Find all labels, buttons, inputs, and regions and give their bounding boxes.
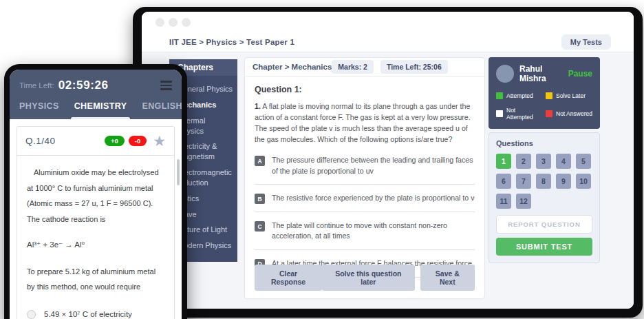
- bookmark-star-icon[interactable]: ★: [153, 134, 166, 148]
- breadcrumb-bar: IIT JEE > Physics > Test Paper 1 My Test…: [142, 32, 634, 52]
- legend-label: Not Answered: [556, 110, 592, 117]
- mobile-question-area: Q.1/40 +0 -0 ★ Aluminium oxide may be el…: [10, 119, 182, 319]
- mobile-question-card: Q.1/40 +0 -0 ★ Aluminium oxide may be el…: [17, 126, 175, 319]
- questions-panel-title: Questions: [496, 139, 592, 147]
- mobile-question-header: Q.1/40 +0 -0 ★: [17, 127, 174, 156]
- legend-label: Not Attempted: [506, 107, 543, 121]
- question-number-3[interactable]: 3: [536, 154, 551, 169]
- option-c-badge: C: [255, 221, 265, 231]
- mobile-window-content: Time Left: 02:59:26 PHYSICS CHEMISTRY EN…: [10, 70, 182, 319]
- submit-test-button[interactable]: SUBMIT TEST: [496, 238, 592, 256]
- my-tests-button[interactable]: My Tests: [561, 34, 611, 50]
- legend-attempted: Attempted: [496, 92, 543, 99]
- option-c[interactable]: C The plate will continue to move with c…: [255, 220, 475, 242]
- user-name: Rahul Mishra: [519, 64, 563, 83]
- question-actions: Clear Response Solve this question later…: [255, 265, 475, 291]
- status-legend: Attempted Solve Later Not Attempted: [496, 92, 592, 121]
- pause-button[interactable]: Pause: [568, 69, 592, 79]
- not-attempted-color-swatch: [496, 110, 503, 117]
- solve-later-color-swatch: [546, 92, 552, 99]
- tab-chemistry[interactable]: CHEMISTRY: [74, 101, 127, 119]
- option-a[interactable]: A The pressure difference between the le…: [255, 155, 475, 176]
- right-panel: Rahul Mishra Pause Attempted Solve Later: [489, 57, 600, 263]
- subject-tabs: PHYSICS CHEMISTRY ENGLISH PROFICIENCY: [19, 101, 172, 119]
- radio-button[interactable]: [27, 310, 36, 319]
- mobile-option-1[interactable]: 5.49 × 10⁷ C of electricity: [27, 307, 164, 319]
- option-b-text: The resistive force experienced by the p…: [272, 193, 474, 203]
- window-control-dot[interactable]: [169, 18, 178, 27]
- user-card: Rahul Mishra Pause Attempted Solve Later: [489, 57, 600, 129]
- question-card: Chapter > Mechanics Marks: 2 Time Left: …: [244, 57, 485, 299]
- not-answered-color-swatch: [546, 110, 552, 117]
- divider: [255, 249, 475, 250]
- option-a-text: The pressure difference between the lead…: [272, 155, 475, 176]
- question-text-body: A flat plate is moving normal to its pla…: [255, 102, 471, 143]
- time-left-badge: Time Left: 25:06: [380, 60, 448, 74]
- breadcrumb[interactable]: IIT JEE > Physics > Test Paper 1: [169, 38, 294, 46]
- questions-panel: Questions 1 2 3 4 5 6 7 8 9 10 11 12: [489, 132, 600, 263]
- solve-later-button[interactable]: Solve this question later: [322, 265, 415, 291]
- question-intro-text: Aluminium oxide may be electrolysed at 1…: [27, 165, 164, 227]
- clear-response-button[interactable]: Clear Response: [255, 265, 322, 291]
- option-a-badge: A: [255, 156, 265, 166]
- chapter-breadcrumb: Chapter > Mechanics: [253, 63, 332, 71]
- hamburger-menu-icon[interactable]: [160, 79, 172, 92]
- question-body-text: To prepare 5.12 kg of aluminium metal by…: [27, 264, 164, 295]
- question-number-7[interactable]: 7: [516, 174, 531, 189]
- legend-not-answered: Not Answered: [546, 107, 592, 121]
- mobile-question-body: Aluminium oxide may be electrolysed at 1…: [17, 156, 174, 319]
- answer-options: A The pressure difference between the le…: [255, 155, 475, 277]
- question-card-header: Chapter > Mechanics Marks: 2 Time Left: …: [245, 58, 484, 76]
- report-question-button[interactable]: REPORT QUESTION: [496, 215, 592, 234]
- question-number-12[interactable]: 12: [516, 194, 531, 209]
- question-number-6[interactable]: 6: [496, 174, 511, 189]
- window-titlebar: [142, 12, 634, 32]
- desktop-browser-window: IIT JEE > Physics > Test Paper 1 My Test…: [133, 7, 643, 318]
- mobile-option-1-text: 5.49 × 10⁷ C of electricity: [44, 307, 132, 319]
- legend-label: Attempted: [506, 92, 533, 99]
- question-number-5[interactable]: 5: [576, 154, 591, 169]
- test-main-area: Chapters General Physics Mechanics Therm…: [142, 52, 634, 309]
- tab-physics[interactable]: PHYSICS: [19, 101, 59, 119]
- question-number-2[interactable]: 2: [516, 154, 531, 169]
- question-number-4[interactable]: 4: [556, 154, 571, 169]
- option-c-text: The plate will continue to move with con…: [272, 220, 475, 242]
- question-number-1[interactable]: 1: [496, 154, 511, 169]
- legend-solve-later: Solve Later: [546, 92, 592, 99]
- question-number-10[interactable]: 10: [576, 174, 591, 189]
- attempted-color-swatch: [496, 92, 503, 99]
- time-left-label: Time Left:: [19, 81, 54, 90]
- question-number-11[interactable]: 11: [496, 194, 511, 209]
- divider: [255, 212, 475, 212]
- avatar: [496, 65, 514, 83]
- desktop-window-content: IIT JEE > Physics > Test Paper 1 My Test…: [142, 12, 634, 309]
- question-body: Question 1: 1. A flat plate is moving no…: [245, 76, 484, 278]
- legend-not-attempted: Not Attempted: [496, 107, 543, 121]
- cathode-reaction-formula: Al³⁺ + 3e⁻ → Al⁰: [27, 237, 164, 254]
- question-number-8[interactable]: 8: [536, 174, 551, 189]
- question-counter: Q.1/40: [25, 136, 56, 146]
- window-control-dot[interactable]: [182, 18, 191, 27]
- save-next-button[interactable]: Save & Next: [420, 265, 475, 291]
- question-number-9[interactable]: 9: [556, 174, 571, 189]
- question-text: 1. A flat plate is moving normal to its …: [255, 101, 475, 145]
- negative-marks-badge: -0: [129, 136, 147, 146]
- divider: [255, 184, 475, 185]
- question-number-prefix: 1.: [255, 102, 261, 110]
- scrollbar-thumb[interactable]: [177, 159, 180, 185]
- option-b-badge: B: [255, 194, 265, 204]
- mobile-answer-options: 5.49 × 10⁷ C of electricity 5.49 × 10⁴ C…: [27, 307, 164, 319]
- tab-english-proficiency[interactable]: ENGLISH PROFICIENCY: [142, 101, 182, 119]
- positive-marks-badge: +0: [105, 136, 125, 146]
- window-control-dot[interactable]: [155, 18, 164, 27]
- mobile-app-window: Time Left: 02:59:26 PHYSICS CHEMISTRY EN…: [4, 64, 187, 319]
- time-left-value: 02:59:26: [58, 79, 109, 92]
- question-number-grid: 1 2 3 4 5 6 7 8 9 10 11 12: [496, 154, 592, 209]
- question-title: Question 1:: [255, 85, 475, 94]
- mobile-header: Time Left: 02:59:26 PHYSICS CHEMISTRY EN…: [10, 70, 182, 119]
- option-b[interactable]: B The resistive force experienced by the…: [255, 193, 475, 204]
- marks-badge: Marks: 2: [332, 60, 374, 74]
- legend-label: Solve Later: [556, 92, 586, 99]
